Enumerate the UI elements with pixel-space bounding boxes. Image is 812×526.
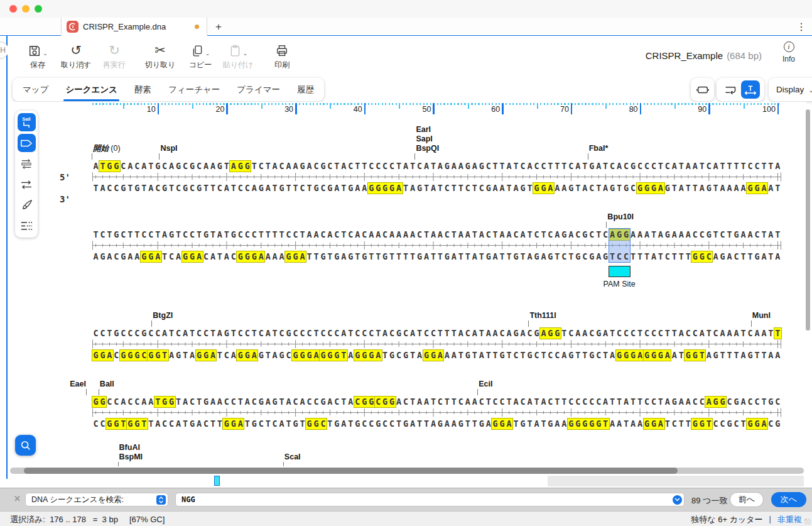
wrap-lines-button[interactable] [721, 80, 740, 99]
base-pair-rail [92, 408, 781, 417]
redo-icon: ↻ [91, 40, 138, 58]
ruler-number: 70 [544, 105, 569, 114]
bottom-strand[interactable]: TACCGTGTACGTCGCGTTCATCCAGATGTTCTGCGATGAA… [92, 182, 781, 194]
document-tab-icon [67, 21, 78, 33]
status-bar: 選択済み: 176 .. 178 = 3 bp [67% GC] 独特な 6+ … [0, 511, 812, 526]
tab-map[interactable]: マップ [23, 84, 48, 96]
enzyme-label[interactable]: Tth111I [529, 311, 556, 321]
flip-strands-icon [20, 158, 33, 170]
search-type-select[interactable]: DNA シークエンスを検索: [25, 493, 168, 507]
tab-features[interactable]: フィーチャー [168, 84, 220, 96]
vertical-scrollbar [805, 104, 811, 464]
vertical-scrollbar-thumb[interactable] [806, 109, 810, 331]
selection-status: 選択済み: 176 .. 178 = 3 bp [67% GC] [10, 514, 165, 525]
horizontal-scrollbar [8, 466, 806, 475]
tab-history[interactable]: 履歴 [297, 84, 314, 96]
toolbar-print-button[interactable]: 印刷 [259, 40, 305, 70]
base-pair-rail [92, 339, 781, 349]
tab-enzymes[interactable]: 酵素 [134, 84, 151, 96]
enzyme-label[interactable]: Bpu10I [607, 212, 634, 222]
overflow-menu-icon[interactable]: ⋮ [796, 21, 806, 33]
bottom-strand[interactable]: CCGGTGGTTACCATGACTTGGATGCTCATGTGGCTGATGC… [92, 417, 781, 430]
sequence-lines-icon [20, 221, 33, 231]
selection-frame-button[interactable] [691, 78, 714, 101]
search-bar: ✕ DNA シークエンスを検索: NGG 89 つ一致 前へ 次へ [0, 488, 812, 511]
tabstrip: CRISPR_Example.dna + [0, 18, 812, 36]
search-tool-button[interactable] [15, 435, 36, 456]
pam-site-feature[interactable] [609, 266, 631, 277]
top-strand[interactable]: GGCCACCAATGGTACTGAACCTACGAGTACACCGACTACG… [92, 395, 781, 408]
pam-site-label: PAM Site [594, 280, 644, 288]
info-icon: i [784, 41, 794, 52]
enzyme-label[interactable]: BalI [100, 380, 114, 389]
top-strand[interactable]: CCTGCCCGCCATCATCCTAGTCCTCATCGCCCTCCCATCC… [92, 327, 781, 339]
search-icon [20, 440, 31, 451]
swap-direction-button[interactable] [18, 175, 36, 194]
close-search-icon[interactable]: ✕ [14, 494, 21, 503]
linear-view-button[interactable] [741, 80, 760, 99]
tab-sequence[interactable]: シークエンス [65, 84, 117, 96]
horizontal-scrollbar-thumb[interactable] [24, 468, 678, 474]
enzyme-label[interactable]: EciI [479, 380, 492, 389]
enzyme-label[interactable]: EaeI [70, 380, 86, 389]
new-tab-button[interactable]: + [212, 20, 225, 34]
next-match-button[interactable]: 次へ [771, 492, 806, 507]
tab-primers[interactable]: プライマー [237, 84, 280, 96]
enzyme-label[interactable]: NspI [160, 144, 177, 153]
sequence-row: BtgZITth111IMunICCTGCCCGCCATCATCCTAGTCCT… [92, 310, 781, 361]
sequence-row: EaeIBalIEciIGGCCACCAATGGTACTGAACCTACGAGT… [92, 379, 781, 430]
minimize-window-button[interactable] [22, 5, 30, 13]
swap-arrows-icon [20, 180, 33, 190]
zoom-window-button[interactable] [35, 5, 42, 13]
minimap-selection-marker [214, 476, 220, 486]
translation-options-button[interactable] [18, 217, 36, 235]
toolbar-redo-button: ↻再実行 [91, 40, 138, 70]
text-width-icon [744, 84, 757, 96]
top-strand[interactable]: ATGGCACATGCAGCGCAAGTAGGTCTACAAGACGCTACTT… [92, 160, 781, 172]
three-prime-label: 3' [60, 194, 81, 204]
document-tab[interactable]: CRISPR_Example.dna [61, 18, 207, 35]
modified-dot [195, 25, 199, 29]
enzyme-label[interactable]: EarISapIBspQI [416, 125, 439, 153]
cutters-filter: 独特な 6+ カッター [691, 514, 762, 525]
bottom-strand[interactable]: GGACGGGCGGTAGTAGGATCAGGAGTAGCGGGAGGGTAGG… [92, 349, 781, 361]
sequence-viewport[interactable]: 102030405060708090100開始 (0)NspIEarISapIB… [8, 102, 806, 466]
enzyme-label[interactable]: BfuAIBspMI [119, 443, 143, 462]
ruler-number: 20 [199, 105, 224, 114]
top-strand[interactable]: TCTGCTTCCTAGTCCTGTATGCCCTTTTCCTAACACTCAC… [92, 228, 781, 241]
side-tool-palette: SalI [15, 111, 38, 238]
minimap-visible-range [10, 476, 548, 486]
layout-toggle-group [717, 78, 764, 101]
search-query-input[interactable]: NGG [175, 493, 685, 507]
dedup-link[interactable]: 非重複 [777, 514, 802, 525]
resize-grip[interactable] [804, 518, 811, 525]
app-window: CRISPR_Example.dna + ⋮ H ⌄保存↺取り消す↻再実行✂切り… [0, 0, 812, 526]
sequence-row: BfuAIBspMIScaI [92, 442, 781, 466]
enzyme-label[interactable]: MunI [752, 311, 771, 321]
ruler-number: 90 [681, 105, 706, 114]
previous-match-button[interactable]: 前へ [730, 492, 764, 507]
chevron-down-icon: ⌄ [808, 86, 812, 94]
sequence-ruler: 102030405060708090100 [92, 103, 781, 117]
display-dropdown[interactable]: Display ⌄ [769, 78, 812, 101]
sequence-minimap[interactable] [10, 476, 804, 486]
brush-style-button[interactable] [18, 196, 36, 214]
enzyme-label[interactable]: ScaI [284, 452, 301, 462]
toolbar-paste-button: ⌄貼り付け [215, 40, 261, 70]
view-tabs: マップシークエンス酵素フィーチャープライマー履歴 [13, 78, 324, 101]
ruler-number: 100 [750, 105, 776, 114]
enzyme-cut-icon [22, 121, 31, 128]
enzyme-label[interactable]: FbaI* [589, 144, 609, 153]
query-dropdown-icon[interactable] [673, 495, 682, 505]
show-features-button[interactable] [18, 134, 36, 152]
close-window-button[interactable] [9, 5, 17, 13]
enzyme-label[interactable]: 開始 (0) [93, 144, 121, 153]
flip-strands-button[interactable] [18, 155, 36, 173]
paste-icon: ⌄ [215, 40, 261, 58]
toolbar-cut-button[interactable]: ✂切り取り [137, 40, 183, 70]
enzyme-label[interactable]: BtgZI [153, 311, 173, 321]
document-title: CRISPR_Example(684 bp) [646, 50, 762, 61]
show-enzymes-button[interactable]: SalI [18, 113, 36, 131]
bottom-strand[interactable]: AGACGAAGGATCAGGACATACGGGAAAAGGATTGTGAGTG… [92, 250, 781, 263]
info-button[interactable]: i Info [776, 41, 801, 63]
